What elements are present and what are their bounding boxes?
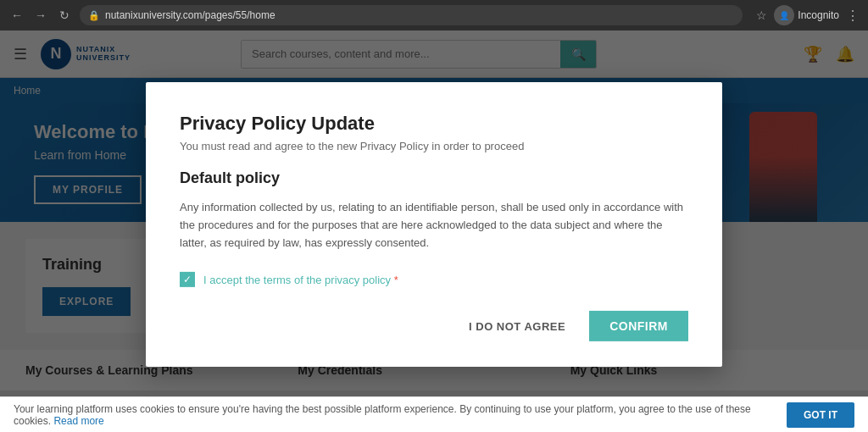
policy-title: Default policy [180, 169, 688, 187]
modal-title: Privacy Policy Update [180, 113, 688, 135]
policy-text: Any information collected by us, relatin… [180, 199, 688, 252]
do-not-agree-button[interactable]: I DO NOT AGREE [455, 312, 579, 341]
incognito-avatar: 👤 [774, 5, 794, 25]
bookmark-icon[interactable]: ☆ [756, 8, 767, 22]
got-it-button[interactable]: GOT IT [787, 402, 854, 428]
browser-menu-icon[interactable]: ⋮ [846, 8, 860, 24]
refresh-button[interactable]: ↻ [56, 7, 73, 24]
checkbox-row: ✓ I accept the terms of the privacy poli… [180, 272, 688, 287]
lock-icon: 🔒 [88, 10, 100, 21]
browser-chrome: ← → ↻ 🔒 nutanixuniversity.com/pages/55/h… [0, 0, 868, 30]
forward-button[interactable]: → [32, 7, 49, 24]
cookie-text: Your learning platform uses cookies to e… [14, 403, 776, 427]
modal-subtitle: You must read and agree to the new Priva… [180, 140, 688, 152]
checkbox-label: I accept the terms of the privacy policy… [203, 274, 398, 286]
accept-checkbox[interactable]: ✓ [180, 272, 195, 287]
privacy-policy-modal: Privacy Policy Update You must read and … [146, 82, 722, 367]
url-text: nutanixuniversity.com/pages/55/home [105, 9, 275, 21]
modal-actions: I DO NOT AGREE CONFIRM [180, 311, 688, 341]
read-more-link[interactable]: Read more [53, 415, 103, 427]
address-bar[interactable]: 🔒 nutanixuniversity.com/pages/55/home [80, 5, 743, 25]
cookie-bar: Your learning platform uses cookies to e… [0, 396, 868, 432]
confirm-button[interactable]: CONFIRM [589, 311, 688, 341]
back-button[interactable]: ← [8, 7, 25, 24]
incognito-label: Incognito [798, 9, 839, 21]
incognito-indicator: 👤 Incognito [774, 5, 839, 25]
